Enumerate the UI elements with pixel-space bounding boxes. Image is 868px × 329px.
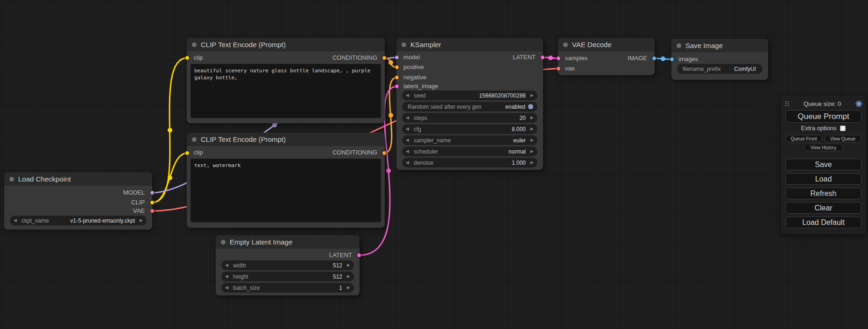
increment-arrow-icon[interactable] xyxy=(529,113,534,123)
link-midpoint-dot xyxy=(388,60,393,65)
widget-value: 1.000 xyxy=(512,160,526,166)
node-title-bar[interactable]: Empty Latent Image xyxy=(216,235,360,249)
positive-prompt-textarea[interactable]: beautiful scenery nature glass bottle la… xyxy=(191,64,381,118)
node-load-checkpoint[interactable]: Load Checkpoint MODEL CLIP VAE ckpt_name… xyxy=(4,172,152,230)
node-graph-canvas[interactable]: Load Checkpoint MODEL CLIP VAE ckpt_name… xyxy=(0,0,868,329)
node-title-bar[interactable]: CLIP Text Encode (Prompt) xyxy=(187,133,385,146)
node-title-bar[interactable]: VAE Decode xyxy=(558,38,655,51)
save-button[interactable]: Save xyxy=(785,159,861,170)
widget-label: Random seed after every gen xyxy=(408,104,481,110)
height-widget[interactable]: height 512 xyxy=(221,272,354,281)
widget-value: 20 xyxy=(520,115,526,121)
collapse-dot-icon[interactable] xyxy=(563,42,568,47)
node-title: KSampler xyxy=(410,41,441,49)
load-button[interactable]: Load xyxy=(785,173,861,185)
sampler-name-widget[interactable]: sampler_name euler xyxy=(402,135,537,145)
decrement-arrow-icon[interactable] xyxy=(406,147,411,156)
increment-arrow-icon[interactable] xyxy=(138,216,143,225)
increment-arrow-icon[interactable] xyxy=(529,158,534,168)
decrement-arrow-icon[interactable] xyxy=(225,283,230,293)
increment-arrow-icon[interactable] xyxy=(529,135,534,145)
width-widget[interactable]: width 512 xyxy=(221,260,354,270)
drag-handle-icon[interactable] xyxy=(784,100,789,107)
input-slot-clip: clip xyxy=(194,148,203,157)
ckpt-name-widget[interactable]: ckpt_name v1-5-pruned-emaonly.ckpt xyxy=(10,216,147,225)
random-seed-toggle[interactable]: Random seed after every gen enabled xyxy=(402,102,537,112)
seed-widget[interactable]: seed 156680208700286 xyxy=(402,91,537,100)
decrement-arrow-icon[interactable] xyxy=(406,135,411,145)
clear-button[interactable]: Clear xyxy=(785,202,861,214)
node-ksampler[interactable]: KSampler model positive negative latent_… xyxy=(396,38,543,170)
scheduler-widget[interactable]: scheduler normal xyxy=(402,147,537,156)
node-title-bar[interactable]: Load Checkpoint xyxy=(4,172,152,186)
increment-arrow-icon[interactable] xyxy=(345,272,350,281)
queue-front-button[interactable]: Queue Front xyxy=(785,135,822,142)
decrement-arrow-icon[interactable] xyxy=(225,272,230,281)
cfg-widget[interactable]: cfg 8.000 xyxy=(402,124,537,134)
link-clip-to-positive-prompt xyxy=(152,58,187,203)
node-title-bar[interactable]: KSampler xyxy=(396,38,543,51)
widget-label: scheduler xyxy=(414,148,438,155)
node-empty-latent-image[interactable]: Empty Latent Image LATENT width 512 heig… xyxy=(216,235,360,295)
widget-value: ComfyUI xyxy=(734,66,756,72)
node-title-bar[interactable]: Save Image xyxy=(671,39,768,52)
output-slot-conditioning: CONDITIONING xyxy=(332,54,377,62)
widget-value: 156680208700286 xyxy=(479,92,526,99)
batch-size-widget[interactable]: batch_size 1 xyxy=(221,283,354,293)
collapse-dot-icon[interactable] xyxy=(677,43,681,48)
collapse-dot-icon[interactable] xyxy=(192,42,197,47)
decrement-arrow-icon[interactable] xyxy=(406,124,411,134)
decrement-arrow-icon[interactable] xyxy=(406,113,411,123)
link-midpoint-dot xyxy=(388,113,393,118)
view-queue-button[interactable]: View Queue xyxy=(824,135,861,142)
denoise-widget[interactable]: denoise 1.000 xyxy=(402,158,537,168)
widget-label: sampler_name xyxy=(414,137,451,144)
decrement-arrow-icon[interactable] xyxy=(406,91,411,100)
output-slot-vae: VAE xyxy=(133,207,145,215)
output-slot-conditioning: CONDITIONING xyxy=(332,148,377,157)
increment-arrow-icon[interactable] xyxy=(345,283,350,293)
toggle-knob-icon[interactable] xyxy=(528,104,533,109)
link-latent-to-vaedecode xyxy=(543,57,558,58)
widget-value: euler xyxy=(513,137,526,144)
collapse-dot-icon[interactable] xyxy=(402,42,406,47)
increment-arrow-icon[interactable] xyxy=(529,124,534,134)
decrement-arrow-icon[interactable] xyxy=(406,158,411,168)
queue-prompt-button[interactable]: Queue Prompt xyxy=(785,110,861,123)
widget-value: 512 xyxy=(333,262,342,269)
node-title: VAE Decode xyxy=(572,41,612,49)
increment-arrow-icon[interactable] xyxy=(345,260,350,270)
load-default-button[interactable]: Load Default xyxy=(785,217,861,228)
comfy-menu-panel[interactable]: Queue size: 0 Queue Prompt Extra options… xyxy=(781,96,866,234)
node-save-image[interactable]: Save Image images filename_prefix ComfyU… xyxy=(671,39,768,80)
widget-value: 1 xyxy=(339,285,342,291)
negative-prompt-textarea[interactable]: text, watermark xyxy=(191,159,381,222)
decrement-arrow-icon[interactable] xyxy=(14,216,19,225)
collapse-dot-icon[interactable] xyxy=(221,240,226,245)
node-vae-decode[interactable]: VAE Decode samples vae IMAGE xyxy=(558,38,655,75)
steps-widget[interactable]: steps 20 xyxy=(402,113,537,123)
view-history-button[interactable]: View History xyxy=(804,144,843,151)
settings-gear-icon[interactable] xyxy=(855,100,862,107)
node-title-bar[interactable]: CLIP Text Encode (Prompt) xyxy=(187,38,385,51)
widget-value: normal xyxy=(508,148,526,155)
increment-arrow-icon[interactable] xyxy=(529,147,534,156)
input-slot-vae: vae xyxy=(565,64,575,73)
collapse-dot-icon[interactable] xyxy=(192,137,197,142)
input-slot-negative: negative xyxy=(403,73,426,82)
widget-value: enabled xyxy=(505,104,525,110)
widget-value: 8.000 xyxy=(512,126,526,133)
collapse-dot-icon[interactable] xyxy=(9,177,14,182)
filename-prefix-widget[interactable]: filename_prefix ComfyUI xyxy=(677,64,762,74)
node-clip-text-encode-negative[interactable]: CLIP Text Encode (Prompt) clip CONDITION… xyxy=(187,133,385,228)
extra-options-checkbox[interactable] xyxy=(840,126,846,131)
widget-value: 512 xyxy=(333,273,342,280)
node-title: CLIP Text Encode (Prompt) xyxy=(201,135,286,143)
increment-arrow-icon[interactable] xyxy=(529,91,534,100)
input-slot-images: images xyxy=(678,55,698,63)
refresh-button[interactable]: Refresh xyxy=(785,188,861,199)
node-title: Save Image xyxy=(685,42,723,49)
link-midpoint-dot xyxy=(168,128,172,133)
decrement-arrow-icon[interactable] xyxy=(225,260,230,270)
node-clip-text-encode-positive[interactable]: CLIP Text Encode (Prompt) clip CONDITION… xyxy=(187,38,385,123)
